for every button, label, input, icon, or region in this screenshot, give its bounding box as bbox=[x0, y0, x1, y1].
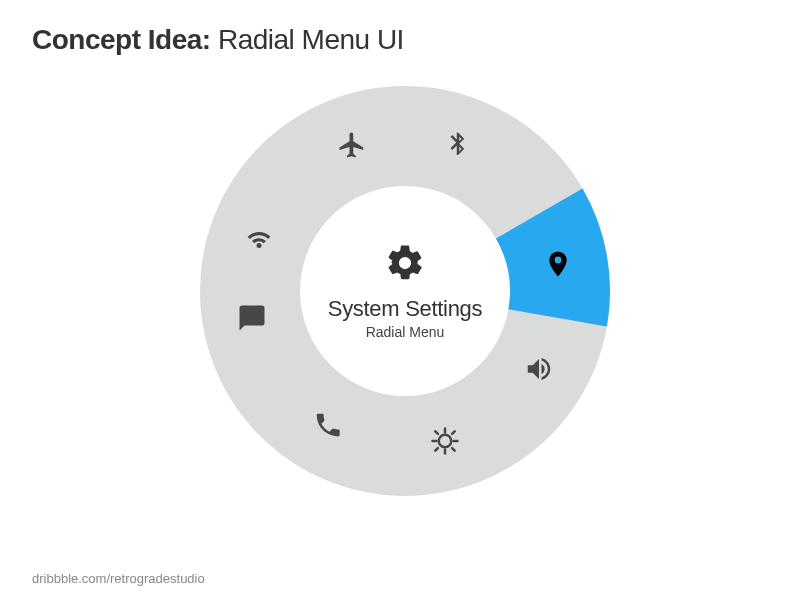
menu-item-brightness[interactable] bbox=[425, 421, 465, 461]
wifi-icon bbox=[244, 223, 274, 253]
center-subtitle: Radial Menu bbox=[366, 324, 445, 340]
menu-item-wifi[interactable] bbox=[239, 218, 279, 258]
menu-item-bluetooth[interactable] bbox=[438, 125, 478, 165]
menu-item-phone[interactable] bbox=[308, 405, 348, 445]
menu-item-sound[interactable] bbox=[519, 349, 559, 389]
menu-item-messages[interactable] bbox=[232, 298, 272, 338]
radial-menu: System Settings Radial Menu bbox=[200, 86, 610, 496]
airplane-icon bbox=[337, 130, 367, 160]
center-title: System Settings bbox=[328, 296, 482, 322]
menu-item-airplane-mode[interactable] bbox=[332, 125, 372, 165]
footer-credit: dribbble.com/retrogradestudio bbox=[32, 571, 205, 586]
page-title: Concept Idea: Radial Menu UI bbox=[32, 24, 404, 56]
brightness-icon bbox=[430, 426, 460, 456]
page-title-light: Radial Menu UI bbox=[218, 24, 404, 55]
page-title-bold: Concept Idea: bbox=[32, 24, 211, 55]
gear-icon bbox=[384, 242, 426, 284]
phone-icon bbox=[313, 410, 343, 440]
center-hub[interactable]: System Settings Radial Menu bbox=[305, 191, 505, 391]
speaker-icon bbox=[524, 354, 554, 384]
menu-item-location[interactable] bbox=[538, 244, 578, 284]
location-icon bbox=[543, 249, 573, 279]
message-icon bbox=[237, 303, 267, 333]
bluetooth-icon bbox=[443, 130, 473, 160]
